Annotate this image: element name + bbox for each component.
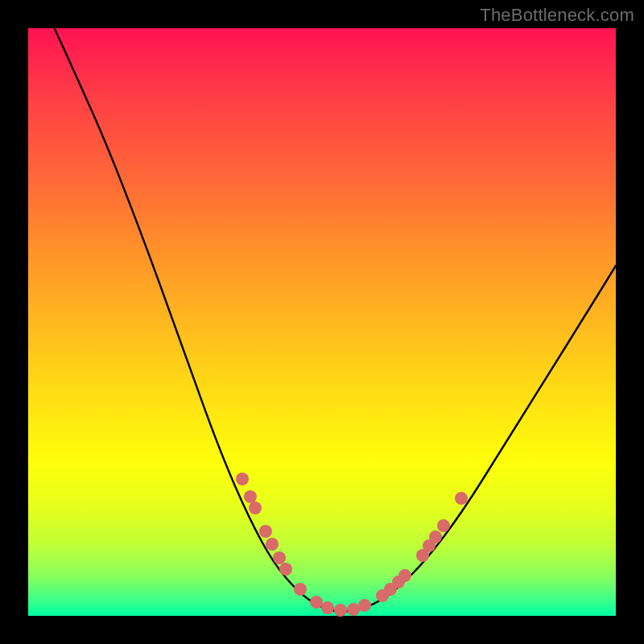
curve-marker <box>266 538 279 551</box>
curve-right <box>338 266 616 612</box>
curve-marker <box>273 551 286 564</box>
curve-marker <box>358 599 371 612</box>
curve-marker <box>455 492 468 505</box>
curve-marker <box>437 519 450 532</box>
curve-marker <box>249 502 262 514</box>
chart-outer-frame: TheBottleneck.com <box>0 0 644 644</box>
curve-markers <box>236 473 468 617</box>
curve-marker <box>294 583 307 596</box>
curve-marker <box>279 563 292 576</box>
curve-marker <box>347 603 360 616</box>
curve-marker <box>310 596 323 609</box>
watermark-text: TheBottleneck.com <box>480 5 634 26</box>
curve-marker <box>321 601 334 614</box>
curve-marker <box>398 569 411 582</box>
bottleneck-curve-svg <box>28 28 616 616</box>
curve-marker <box>429 530 442 543</box>
curve-marker <box>259 525 272 538</box>
plot-area <box>28 28 616 616</box>
curve-marker <box>236 473 249 485</box>
curve-marker <box>244 490 257 503</box>
curve-marker <box>334 604 347 617</box>
curve-left <box>51 20 338 612</box>
